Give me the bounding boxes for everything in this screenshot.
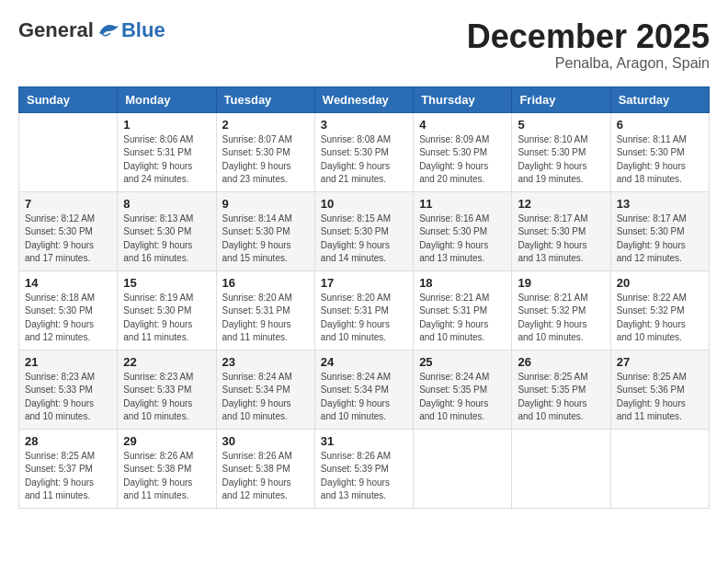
- calendar-cell: 29Sunrise: 8:26 AM Sunset: 5:38 PM Dayli…: [118, 429, 216, 508]
- calendar-cell: 4Sunrise: 8:09 AM Sunset: 5:30 PM Daylig…: [414, 112, 512, 191]
- calendar-cell: [610, 429, 709, 508]
- day-info: Sunrise: 8:12 AM Sunset: 5:30 PM Dayligh…: [25, 213, 111, 266]
- col-friday: Friday: [512, 86, 610, 112]
- day-info: Sunrise: 8:24 AM Sunset: 5:35 PM Dayligh…: [419, 371, 506, 424]
- col-saturday: Saturday: [610, 86, 709, 112]
- day-number: 22: [123, 355, 210, 369]
- day-info: Sunrise: 8:20 AM Sunset: 5:31 PM Dayligh…: [222, 292, 309, 345]
- day-info: Sunrise: 8:22 AM Sunset: 5:32 PM Dayligh…: [617, 292, 703, 345]
- day-number: 14: [25, 276, 111, 290]
- day-info: Sunrise: 8:25 AM Sunset: 5:37 PM Dayligh…: [25, 450, 111, 503]
- day-number: 17: [321, 276, 407, 290]
- day-info: Sunrise: 8:26 AM Sunset: 5:38 PM Dayligh…: [123, 450, 210, 503]
- col-monday: Monday: [118, 86, 216, 112]
- day-info: Sunrise: 8:26 AM Sunset: 5:38 PM Dayligh…: [222, 450, 309, 503]
- calendar-cell: 12Sunrise: 8:17 AM Sunset: 5:30 PM Dayli…: [512, 191, 610, 270]
- calendar-cell: 19Sunrise: 8:21 AM Sunset: 5:32 PM Dayli…: [512, 270, 610, 350]
- day-info: Sunrise: 8:17 AM Sunset: 5:30 PM Dayligh…: [518, 213, 604, 266]
- calendar-week-row: 14Sunrise: 8:18 AM Sunset: 5:30 PM Dayli…: [19, 270, 710, 350]
- day-number: 15: [123, 276, 210, 290]
- calendar-cell: 11Sunrise: 8:16 AM Sunset: 5:30 PM Dayli…: [414, 191, 512, 270]
- calendar-week-row: 1Sunrise: 8:06 AM Sunset: 5:31 PM Daylig…: [19, 112, 710, 191]
- day-info: Sunrise: 8:20 AM Sunset: 5:31 PM Dayligh…: [321, 292, 407, 345]
- calendar-cell: 25Sunrise: 8:24 AM Sunset: 5:35 PM Dayli…: [414, 350, 512, 429]
- day-number: 24: [321, 355, 407, 369]
- calendar-cell: [19, 112, 118, 191]
- day-number: 27: [617, 355, 703, 369]
- day-number: 8: [123, 197, 210, 211]
- day-info: Sunrise: 8:15 AM Sunset: 5:30 PM Dayligh…: [321, 213, 407, 266]
- day-info: Sunrise: 8:06 AM Sunset: 5:31 PM Dayligh…: [123, 133, 210, 187]
- calendar-cell: 21Sunrise: 8:23 AM Sunset: 5:33 PM Dayli…: [19, 350, 118, 429]
- day-number: 7: [25, 197, 111, 211]
- day-number: 23: [222, 355, 309, 369]
- col-thursday: Thursday: [414, 86, 512, 112]
- calendar-week-row: 21Sunrise: 8:23 AM Sunset: 5:33 PM Dayli…: [19, 350, 710, 429]
- calendar-cell: 2Sunrise: 8:07 AM Sunset: 5:30 PM Daylig…: [216, 112, 314, 191]
- calendar-cell: 5Sunrise: 8:10 AM Sunset: 5:30 PM Daylig…: [512, 112, 610, 191]
- calendar-cell: 28Sunrise: 8:25 AM Sunset: 5:37 PM Dayli…: [19, 429, 118, 508]
- page-header: General Blue December 2025 Penalba, Arag…: [18, 18, 710, 72]
- calendar-cell: 23Sunrise: 8:24 AM Sunset: 5:34 PM Dayli…: [216, 350, 314, 429]
- day-number: 2: [222, 118, 309, 132]
- day-number: 4: [419, 118, 506, 132]
- day-number: 6: [617, 118, 703, 132]
- day-number: 18: [419, 276, 506, 290]
- day-number: 1: [123, 118, 210, 132]
- calendar-cell: 27Sunrise: 8:25 AM Sunset: 5:36 PM Dayli…: [610, 350, 709, 429]
- day-info: Sunrise: 8:10 AM Sunset: 5:30 PM Dayligh…: [518, 133, 604, 187]
- day-info: Sunrise: 8:23 AM Sunset: 5:33 PM Dayligh…: [123, 371, 210, 424]
- calendar-cell: 3Sunrise: 8:08 AM Sunset: 5:30 PM Daylig…: [314, 112, 413, 191]
- day-info: Sunrise: 8:24 AM Sunset: 5:34 PM Dayligh…: [222, 371, 309, 424]
- calendar-cell: 16Sunrise: 8:20 AM Sunset: 5:31 PM Dayli…: [216, 270, 314, 350]
- logo-bird-icon: [96, 20, 121, 40]
- day-info: Sunrise: 8:23 AM Sunset: 5:33 PM Dayligh…: [25, 371, 111, 424]
- col-sunday: Sunday: [19, 86, 118, 112]
- calendar-header-row: Sunday Monday Tuesday Wednesday Thursday…: [19, 86, 710, 112]
- calendar-table: Sunday Monday Tuesday Wednesday Thursday…: [18, 86, 710, 509]
- day-info: Sunrise: 8:25 AM Sunset: 5:36 PM Dayligh…: [617, 371, 703, 424]
- calendar-cell: 24Sunrise: 8:24 AM Sunset: 5:34 PM Dayli…: [314, 350, 413, 429]
- day-info: Sunrise: 8:17 AM Sunset: 5:30 PM Dayligh…: [617, 213, 703, 266]
- calendar-cell: [414, 429, 512, 508]
- day-info: Sunrise: 8:07 AM Sunset: 5:30 PM Dayligh…: [222, 133, 309, 187]
- day-info: Sunrise: 8:25 AM Sunset: 5:35 PM Dayligh…: [518, 371, 604, 424]
- calendar-cell: 7Sunrise: 8:12 AM Sunset: 5:30 PM Daylig…: [19, 191, 118, 270]
- logo: General Blue: [18, 18, 165, 42]
- day-info: Sunrise: 8:18 AM Sunset: 5:30 PM Dayligh…: [25, 292, 111, 345]
- logo-blue-text: Blue: [121, 18, 165, 42]
- day-number: 21: [25, 355, 111, 369]
- calendar-week-row: 7Sunrise: 8:12 AM Sunset: 5:30 PM Daylig…: [19, 191, 710, 270]
- day-number: 25: [419, 355, 506, 369]
- day-number: 5: [518, 118, 604, 132]
- location-title: Penalba, Aragon, Spain: [467, 55, 710, 72]
- day-info: Sunrise: 8:19 AM Sunset: 5:30 PM Dayligh…: [123, 292, 210, 345]
- day-info: Sunrise: 8:21 AM Sunset: 5:31 PM Dayligh…: [419, 292, 506, 345]
- day-number: 13: [617, 197, 703, 211]
- day-number: 30: [222, 434, 309, 448]
- calendar-cell: 17Sunrise: 8:20 AM Sunset: 5:31 PM Dayli…: [314, 270, 413, 350]
- day-info: Sunrise: 8:16 AM Sunset: 5:30 PM Dayligh…: [419, 213, 506, 266]
- day-info: Sunrise: 8:21 AM Sunset: 5:32 PM Dayligh…: [518, 292, 604, 345]
- calendar-cell: 1Sunrise: 8:06 AM Sunset: 5:31 PM Daylig…: [118, 112, 216, 191]
- calendar-cell: 18Sunrise: 8:21 AM Sunset: 5:31 PM Dayli…: [414, 270, 512, 350]
- month-title: December 2025: [467, 18, 710, 55]
- day-info: Sunrise: 8:14 AM Sunset: 5:30 PM Dayligh…: [222, 213, 309, 266]
- day-number: 11: [419, 197, 506, 211]
- calendar-cell: 22Sunrise: 8:23 AM Sunset: 5:33 PM Dayli…: [118, 350, 216, 429]
- day-number: 12: [518, 197, 604, 211]
- calendar-cell: 14Sunrise: 8:18 AM Sunset: 5:30 PM Dayli…: [19, 270, 118, 350]
- logo-general-text: General: [18, 18, 94, 42]
- day-number: 29: [123, 434, 210, 448]
- title-block: December 2025 Penalba, Aragon, Spain: [467, 18, 710, 72]
- day-info: Sunrise: 8:09 AM Sunset: 5:30 PM Dayligh…: [419, 133, 506, 187]
- day-info: Sunrise: 8:11 AM Sunset: 5:30 PM Dayligh…: [617, 133, 703, 187]
- day-number: 10: [321, 197, 407, 211]
- calendar-cell: 15Sunrise: 8:19 AM Sunset: 5:30 PM Dayli…: [118, 270, 216, 350]
- day-number: 9: [222, 197, 309, 211]
- day-number: 19: [518, 276, 604, 290]
- day-number: 3: [321, 118, 407, 132]
- day-info: Sunrise: 8:26 AM Sunset: 5:39 PM Dayligh…: [321, 450, 407, 503]
- calendar-cell: 6Sunrise: 8:11 AM Sunset: 5:30 PM Daylig…: [610, 112, 709, 191]
- day-info: Sunrise: 8:08 AM Sunset: 5:30 PM Dayligh…: [321, 133, 407, 187]
